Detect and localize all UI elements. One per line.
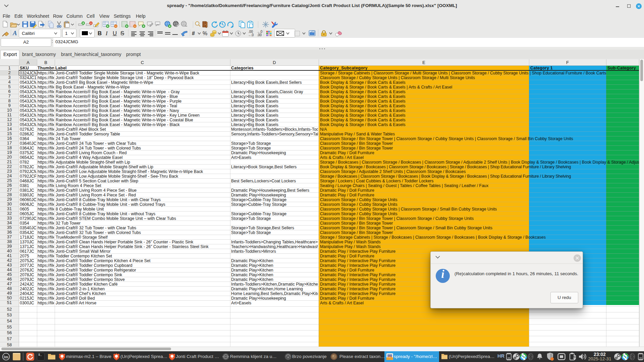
- svg-text:lm: lm: [4, 355, 8, 359]
